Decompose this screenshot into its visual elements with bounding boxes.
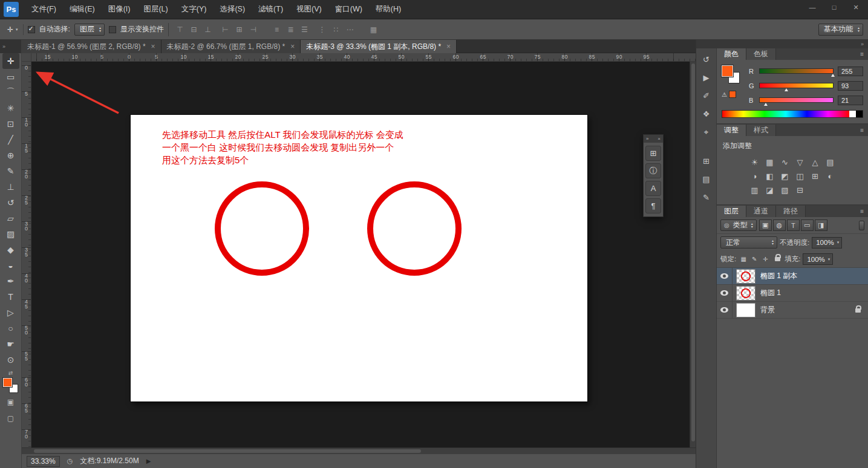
zoom-level-input[interactable]: 33.33% <box>27 456 60 467</box>
layer-filter-toggle[interactable] <box>859 221 864 230</box>
history-brush-tool[interactable]: ↺ <box>2 195 19 210</box>
tab-close-icon[interactable]: × <box>446 42 451 51</box>
foreground-color-swatch[interactable] <box>722 65 733 77</box>
menu-item[interactable]: 图像(I) <box>102 0 137 19</box>
tab-adjustments[interactable]: 调整 <box>717 125 746 136</box>
tab-layers[interactable]: 图层 <box>717 206 746 217</box>
clone-source-icon[interactable]: ⊞ <box>645 146 661 161</box>
auto-align-layers-icon[interactable]: ▦ <box>367 24 380 36</box>
screen-mode-icon[interactable]: ▢ <box>3 411 19 426</box>
distribute-bottom-edges-icon[interactable]: ☰ <box>298 24 312 36</box>
actions-panel-icon[interactable]: ▶ <box>699 71 714 84</box>
red-slider[interactable] <box>759 68 834 74</box>
layer-row[interactable]: 椭圆 1 <box>717 285 868 302</box>
dock-collapse-icon[interactable]: » <box>861 41 864 47</box>
blue-slider[interactable] <box>759 97 834 103</box>
green-value-input[interactable]: 93 <box>838 81 863 91</box>
rectangular-marquee-tool[interactable]: ▭ <box>2 69 19 85</box>
zoom-tool[interactable]: ⊙ <box>2 352 19 368</box>
history-panel-icon[interactable]: ↺ <box>699 53 714 66</box>
layer-thumbnail[interactable] <box>736 303 755 317</box>
layer-filter-type-dropdown[interactable]: ◎ 类型 <box>720 219 757 231</box>
swap-colors-icon[interactable]: ⇄ <box>8 370 13 376</box>
ellipse-shape-1[interactable] <box>215 181 309 276</box>
filter-pixel-layers-icon[interactable]: ▣ <box>759 219 772 231</box>
layer-thumbnail[interactable] <box>736 269 755 284</box>
crop-tool[interactable]: ⊡ <box>2 116 19 132</box>
layer-name[interactable]: 椭圆 1 副本 <box>760 271 797 281</box>
status-menu-arrow[interactable]: ▶ <box>146 458 151 464</box>
eraser-tool[interactable]: ▱ <box>2 210 19 226</box>
blur-tool[interactable]: ◆ <box>2 242 19 258</box>
canvas-area[interactable]: 先选择移动工具 然后按住ALT 我们会发现鼠标的光标 会变成 一个黑一个白 这时… <box>31 62 690 447</box>
selective-color-icon[interactable]: ⊟ <box>792 183 808 197</box>
gamut-color-swatch[interactable] <box>729 91 736 98</box>
posterize-icon[interactable]: ▥ <box>747 183 762 197</box>
auto-select-target-dropdown[interactable]: 图层 <box>74 24 105 36</box>
distribute-vertical-centers-icon[interactable]: ≣ <box>284 24 298 36</box>
menu-item[interactable]: 编辑(E) <box>63 0 102 19</box>
menu-item[interactable]: 视图(V) <box>290 0 328 19</box>
levels-icon[interactable]: ▦ <box>762 155 777 169</box>
panel-menu-icon[interactable]: ≡ <box>856 125 868 136</box>
styles-panel-icon[interactable]: ❖ <box>699 108 714 120</box>
align-top-edges-icon[interactable]: ⊤ <box>173 24 187 36</box>
curves-icon[interactable]: ∿ <box>777 155 792 169</box>
ellipse-tool[interactable]: ○ <box>2 320 19 336</box>
visibility-toggle[interactable] <box>717 302 733 318</box>
filter-type-layers-icon[interactable]: T <box>787 219 800 231</box>
tool-presets-panel-icon[interactable]: ✐ <box>699 89 714 102</box>
visibility-toggle[interactable] <box>717 285 733 301</box>
info-panel-icon[interactable]: ⓘ <box>645 163 661 178</box>
vertical-scrollbar[interactable] <box>690 62 696 447</box>
menu-item[interactable]: 滤镜(T) <box>252 0 290 19</box>
menu-item[interactable]: 窗口(W) <box>328 0 369 19</box>
lock-image-pixels-icon[interactable]: ✎ <box>749 255 759 264</box>
tab-styles[interactable]: 样式 <box>746 125 776 136</box>
show-transform-checkbox[interactable] <box>109 26 116 33</box>
spot-healing-brush-tool[interactable]: ⊕ <box>2 148 19 163</box>
horizontal-scrollbar[interactable] <box>22 447 696 453</box>
menu-item[interactable]: 文字(Y) <box>175 0 214 19</box>
blend-mode-dropdown[interactable]: 正常 <box>720 236 777 249</box>
color-spectrum-bar[interactable] <box>722 110 863 118</box>
filter-smart-objects-icon[interactable]: ◨ <box>815 219 827 231</box>
menu-item[interactable]: 图层(L) <box>137 0 174 19</box>
filter-shape-layers-icon[interactable]: ▭ <box>801 219 814 231</box>
gamut-warning-icon[interactable]: ⚠ <box>722 91 727 98</box>
fill-input[interactable]: 100% <box>803 253 833 265</box>
menu-item[interactable]: 文件(F) <box>25 0 63 19</box>
lasso-tool[interactable]: ⌒ <box>2 85 19 100</box>
panel-menu-icon[interactable]: ≡ <box>856 48 868 60</box>
lock-transparent-pixels-icon[interactable]: ▦ <box>739 255 748 264</box>
clone-source-panel-icon[interactable]: ⊞ <box>699 155 714 167</box>
distribute-top-edges-icon[interactable]: ≡ <box>270 24 284 36</box>
blue-value-input[interactable]: 21 <box>838 96 863 105</box>
tools-collapse-icon[interactable]: » <box>0 40 21 53</box>
align-right-edges-icon[interactable]: ⊣ <box>246 24 260 36</box>
color-balance-icon[interactable]: ◑ <box>747 169 762 183</box>
paragraph-panel-icon[interactable]: ¶ <box>645 198 661 213</box>
black-white-icon[interactable]: ◧ <box>762 169 777 183</box>
exposure-icon[interactable]: ▽ <box>792 155 808 169</box>
document-tab-active[interactable]: 未标题-3 @ 33.3% (椭圆 1 副本, RGB/8) *× <box>301 40 457 53</box>
distribute-right-edges-icon[interactable]: ⋯ <box>343 24 357 36</box>
distribute-horizontal-centers-icon[interactable]: ∷ <box>329 24 343 36</box>
hue-saturation-icon[interactable]: ▤ <box>823 155 838 169</box>
red-value-input[interactable]: 255 <box>838 67 863 76</box>
align-bottom-edges-icon[interactable]: ⊥ <box>201 24 215 36</box>
align-horizontal-centers-icon[interactable]: ⊞ <box>232 24 246 36</box>
panel-menu-icon[interactable]: ≡ <box>856 206 868 217</box>
quick-mask-icon[interactable]: ▣ <box>3 395 19 409</box>
move-tool[interactable]: ✛ <box>2 53 19 69</box>
close-button[interactable]: ✕ <box>845 0 867 15</box>
restore-button[interactable]: □ <box>823 0 845 15</box>
horizontal-ruler[interactable]: 1510505101520253035404550556065707580859… <box>31 53 696 61</box>
vibrance-icon[interactable]: △ <box>808 155 823 169</box>
vertical-scrollbar-thumb[interactable] <box>691 63 695 441</box>
pen-tool[interactable]: ✒ <box>2 273 19 289</box>
eyedropper-tool[interactable]: ╱ <box>2 132 19 148</box>
visibility-toggle[interactable] <box>717 268 733 284</box>
dodge-tool[interactable]: ◒ <box>2 258 19 273</box>
color-lookup-icon[interactable]: ⊞ <box>808 169 823 183</box>
